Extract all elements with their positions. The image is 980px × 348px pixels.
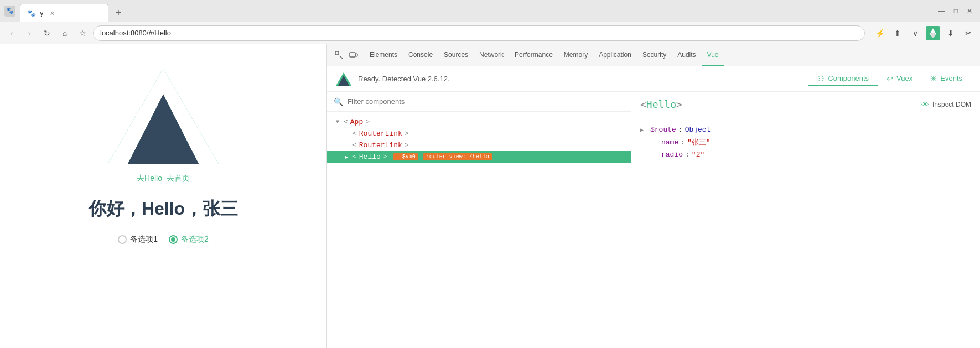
forward-button[interactable]: ›: [22, 26, 37, 40]
tab-favicon: 🐾: [27, 9, 35, 17]
tab-elements[interactable]: Elements: [364, 44, 403, 66]
window-controls: 🐾: [4, 6, 15, 17]
page-links: 去Hello 去首页: [137, 174, 190, 184]
download-button[interactable]: ⬇: [943, 26, 958, 40]
reload-icon: ↻: [44, 29, 50, 38]
scissors-button[interactable]: ✂: [961, 26, 976, 40]
vue-panel-logo: [336, 71, 351, 87]
events-icon: ✳: [930, 74, 937, 83]
title-bar: 🐾 🐾 y × + — □ ✕: [0, 0, 980, 22]
tab-audits[interactable]: Audits: [672, 44, 701, 66]
filter-components-input[interactable]: [348, 97, 624, 106]
svg-rect-8: [356, 54, 357, 56]
back-icon: ‹: [11, 29, 13, 38]
home-button[interactable]: ⌂: [58, 26, 72, 40]
tree-toggle-hello[interactable]: ▶: [343, 153, 350, 161]
svg-rect-7: [350, 53, 355, 57]
expand-icon-route[interactable]: ▶: [640, 127, 648, 133]
address-text: localhost:8080/#/Hello: [100, 29, 171, 37]
detail-header: <Hello> 👁 Inspect DOM: [640, 98, 971, 115]
vue-logo: [108, 61, 219, 174]
radio-dot-2: [171, 237, 175, 242]
new-tab-button[interactable]: +: [111, 6, 126, 21]
radio-button-2[interactable]: [169, 235, 178, 244]
selected-component-name: <Hello>: [640, 98, 682, 110]
tab-bar: 🐾 y × +: [20, 0, 931, 22]
scissors-icon: ✂: [965, 29, 972, 38]
nav-right-buttons: ⚡ ⬆ ∨ ⬇ ✂: [873, 26, 976, 40]
component-tree-list: ▼ <App> ▶ <RouterLink> ▶ <Rout: [327, 112, 631, 348]
prop-name: ▶ name : "张三": [640, 136, 971, 149]
vue-ready-text: Ready. Detected Vue 2.6.12.: [358, 75, 808, 83]
tab-security[interactable]: Security: [637, 44, 672, 66]
chevron-down-icon: ∨: [912, 29, 918, 38]
address-bar[interactable]: localhost:8080/#/Hello: [93, 25, 865, 41]
tree-toggle-app[interactable]: ▼: [334, 118, 341, 126]
tab-memory[interactable]: Memory: [558, 44, 593, 66]
main-area: 去Hello 去首页 你好，Hello，张三 备选项1 备选项2: [0, 44, 980, 348]
vue-panel-tabs: ⚇ Components ↩ Vuex ✳ Events: [808, 72, 971, 86]
tab-performance[interactable]: Performance: [509, 44, 558, 66]
bookmark-button[interactable]: ☆: [75, 26, 90, 40]
vue-tab-events[interactable]: ✳ Events: [921, 72, 971, 86]
maximize-button[interactable]: □: [951, 6, 961, 16]
radio-group: 备选项1 备选项2: [118, 235, 209, 245]
route-badge: router-view: /hello: [423, 153, 492, 160]
search-icon: 🔍: [334, 97, 343, 106]
tab-close-button[interactable]: ×: [50, 9, 55, 18]
minimize-button[interactable]: —: [935, 6, 948, 16]
vue-devtools-button[interactable]: [926, 26, 940, 40]
component-tree: 🔍 ▼ <App> ▶ <Router: [327, 92, 631, 348]
tree-item-hello[interactable]: ▶ <Hello> = $vm0 router-view: /hello: [327, 151, 631, 163]
close-window-button[interactable]: ✕: [963, 6, 976, 16]
page-content: 去Hello 去首页 你好，Hello，张三 备选项1 备选项2: [0, 44, 326, 348]
vue-tab-components[interactable]: ⚇ Components: [808, 72, 878, 86]
device-toolbar-icon[interactable]: [347, 49, 360, 62]
radio-label-2: 备选项2: [181, 235, 209, 245]
share-button[interactable]: ⬆: [890, 26, 905, 40]
go-hello-link[interactable]: 去Hello: [137, 174, 162, 184]
components-icon: ⚇: [817, 74, 825, 83]
devtools-toolbar: Elements Console Sources Network Perform…: [327, 44, 980, 66]
tree-search-bar: 🔍: [327, 92, 631, 112]
reload-button[interactable]: ↻: [40, 26, 54, 40]
radio-item-2: 备选项2: [169, 235, 209, 245]
tree-item-routerlink-1[interactable]: ▶ <RouterLink>: [327, 128, 631, 139]
forward-icon: ›: [28, 29, 31, 38]
lightning-icon: ⚡: [875, 29, 885, 38]
vm-badge: = $vm0: [393, 153, 418, 160]
chevron-button[interactable]: ∨: [908, 26, 922, 40]
radio-button-1[interactable]: [118, 235, 127, 244]
bookmark-icon: ☆: [79, 29, 86, 38]
active-tab[interactable]: 🐾 y ×: [20, 4, 108, 22]
prop-radio: ▶ radio : "2": [640, 149, 971, 160]
vue-panel-header: Ready. Detected Vue 2.6.12. ⚇ Components…: [327, 66, 980, 92]
component-detail: <Hello> 👁 Inspect DOM ▶ $route :: [631, 92, 980, 348]
tree-item-app[interactable]: ▼ <App>: [327, 116, 631, 128]
page-heading: 你好，Hello，张三: [89, 197, 238, 221]
devtools-panel: Elements Console Sources Network Perform…: [326, 44, 980, 348]
window-right-controls: — □ ✕: [935, 6, 976, 16]
download-icon: ⬇: [947, 29, 954, 38]
tab-network[interactable]: Network: [474, 44, 509, 66]
go-home-link[interactable]: 去首页: [167, 174, 190, 184]
tab-sources[interactable]: Sources: [438, 44, 474, 66]
prop-route: ▶ $route : Object: [640, 124, 971, 136]
nav-bar: ‹ › ↻ ⌂ ☆ localhost:8080/#/Hello ⚡ ⬆ ∨: [0, 22, 980, 44]
browser-window: 🐾 🐾 y × + — □ ✕ ‹ › ↻ ⌂: [0, 0, 980, 348]
tab-application[interactable]: Application: [593, 44, 637, 66]
tab-console[interactable]: Console: [403, 44, 438, 66]
share-icon: ⬆: [894, 29, 901, 38]
vue-tab-vuex[interactable]: ↩ Vuex: [878, 72, 921, 86]
back-button[interactable]: ‹: [4, 26, 19, 40]
radio-item-1: 备选项1: [118, 235, 158, 245]
tab-vue[interactable]: Vue: [702, 44, 724, 66]
lightning-button[interactable]: ⚡: [873, 26, 887, 40]
inspect-dom-button[interactable]: 👁 Inspect DOM: [921, 100, 971, 109]
radio-label-1: 备选项1: [130, 235, 158, 245]
vue-body: 🔍 ▼ <App> ▶ <Router: [327, 92, 980, 348]
inspect-element-icon[interactable]: [333, 49, 346, 62]
tree-item-routerlink-2[interactable]: ▶ <RouterLink>: [327, 139, 631, 151]
svg-rect-6: [335, 51, 339, 55]
vuex-icon: ↩: [886, 74, 893, 83]
